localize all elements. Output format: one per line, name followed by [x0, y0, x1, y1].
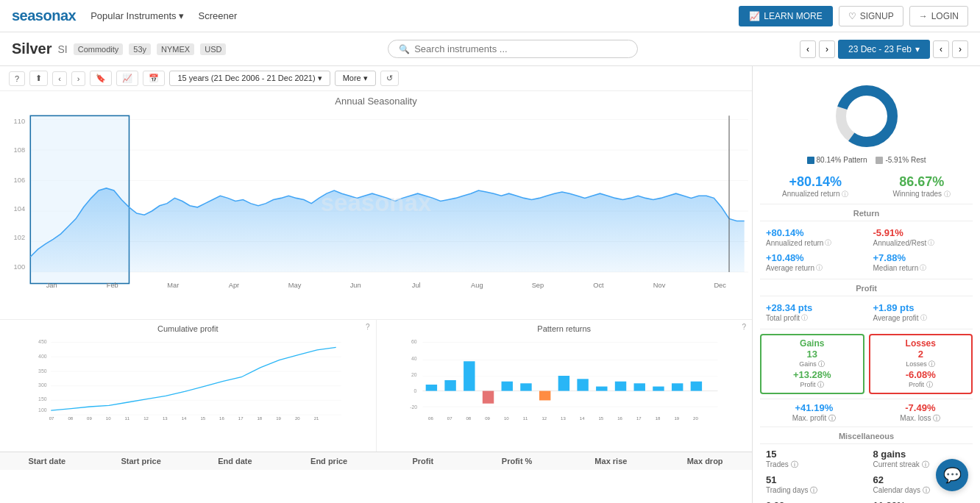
lp-info[interactable]: ⓘ — [926, 381, 933, 388]
help-button[interactable]: ? — [9, 71, 25, 86]
svg-text:Jun: Jun — [350, 282, 361, 289]
annualized-info-icon[interactable]: ⓘ — [842, 190, 848, 198]
gc-info[interactable]: ⓘ — [818, 360, 825, 368]
seasonality-chart: Annual Seasonality 110 108 106 104 102 1… — [0, 91, 752, 319]
svg-text:Mar: Mar — [167, 282, 179, 289]
cumulative-svg: 450 400 350 300 150 100 07 — [6, 336, 370, 424]
return-median-val: +7.88% — [873, 252, 967, 263]
svg-rect-71 — [539, 391, 550, 401]
return-rest-label: Annualized/Rest ⓘ — [873, 238, 967, 248]
date-prev2-button[interactable]: › — [819, 40, 835, 58]
pattern-help[interactable]: ? — [742, 323, 746, 331]
losses-count: 2 — [875, 349, 967, 360]
right-sidebar: 80.14% Pattern -5.91% Rest +80.14% Annua… — [752, 66, 980, 503]
svg-text:104: 104 — [14, 205, 25, 213]
r-rest-info[interactable]: ⓘ — [928, 238, 934, 248]
svg-text:Sep: Sep — [532, 282, 544, 289]
ms-info[interactable]: ⓘ — [922, 460, 929, 468]
svg-text:07: 07 — [49, 416, 54, 421]
ml-info[interactable]: ⓘ — [933, 414, 940, 422]
svg-text:19: 19 — [276, 416, 281, 421]
next-chart-button[interactable]: › — [71, 71, 86, 86]
share-button[interactable]: ⬆ — [29, 71, 48, 86]
svg-text:16: 16 — [219, 416, 224, 421]
badge-currency: USD — [200, 43, 226, 55]
svg-text:350: 350 — [38, 368, 47, 374]
svg-text:17: 17 — [636, 416, 641, 421]
legend-rest: -5.91% Rest — [876, 156, 926, 164]
ap-info[interactable]: ⓘ — [920, 313, 927, 323]
date-next-button[interactable]: ‹ — [933, 40, 949, 58]
mcd-info[interactable]: ⓘ — [923, 486, 930, 494]
logo[interactable]: seasonax — [12, 7, 76, 24]
svg-text:60: 60 — [411, 339, 416, 344]
median-return-item: +7.88% Median return ⓘ — [867, 251, 973, 274]
winning-trades-value: 86.67% — [892, 174, 950, 190]
mt-info[interactable]: ⓘ — [791, 460, 798, 468]
nav-screener[interactable]: Screener — [199, 10, 238, 21]
svg-text:0: 0 — [413, 388, 416, 393]
col-profit-pct: Profit % — [470, 457, 564, 465]
r-ann-info[interactable]: ⓘ — [825, 238, 831, 248]
badge-years: 53y — [129, 43, 151, 55]
prev-chart-button[interactable]: ‹ — [52, 71, 67, 86]
total-profit-label: Total profit ⓘ — [766, 313, 860, 323]
svg-rect-77 — [653, 387, 664, 391]
gains-profit: +13.28% — [766, 369, 859, 380]
avg-profit-label: Average profit ⓘ — [873, 313, 967, 323]
period-selector[interactable]: 15 years (21 Dec 2006 - 21 Dec 2021) ▾ — [169, 71, 330, 86]
svg-rect-69 — [501, 382, 512, 391]
col-start-price: Start price — [94, 457, 188, 465]
date-prev-button[interactable]: ‹ — [800, 40, 816, 58]
gains-count-label: Gains ⓘ — [766, 360, 859, 369]
learn-more-button[interactable]: 📈 LEARN MORE — [739, 6, 832, 26]
svg-text:20: 20 — [693, 416, 698, 421]
svg-text:Nov: Nov — [653, 282, 666, 289]
svg-rect-67 — [464, 361, 475, 390]
reset-button[interactable]: ↺ — [380, 71, 399, 86]
losses-count-label: Losses ⓘ — [875, 360, 967, 369]
return-avg-val: +10.48% — [766, 252, 860, 263]
chat-button[interactable]: 💬 — [936, 459, 968, 491]
winning-info-icon[interactable]: ⓘ — [944, 190, 951, 198]
cumulative-help[interactable]: ? — [366, 323, 370, 331]
r-avg-info[interactable]: ⓘ — [816, 263, 823, 273]
svg-text:108: 108 — [14, 146, 25, 154]
losses-box: Losses 2 Losses ⓘ -6.08% Profit ⓘ — [869, 334, 973, 394]
bottom-charts: Cumulative profit ? 450 400 350 300 150 … — [0, 319, 752, 452]
misc-std-dev: 11.30% Standard deviation ⓘ — [867, 499, 973, 503]
signup-button[interactable]: ♡ SIGNUP — [839, 6, 903, 26]
r-med-info[interactable]: ⓘ — [920, 263, 926, 273]
pattern-returns-title: Pattern returns — [383, 323, 747, 336]
svg-text:20: 20 — [411, 372, 416, 377]
date-range-button[interactable]: 23 Dec - 23 Feb ▾ — [838, 40, 930, 59]
avg-profit-val: +1.89 pts — [873, 302, 967, 313]
chart-type-button[interactable]: 📈 — [116, 71, 138, 86]
nav-left: seasonax Popular Instruments ▾ Screener — [12, 7, 237, 24]
svg-rect-65 — [425, 385, 436, 391]
more-button[interactable]: More ▾ — [335, 71, 376, 86]
nav-popular-instruments[interactable]: Popular Instruments ▾ — [90, 10, 183, 21]
search-input[interactable] — [414, 43, 627, 54]
tp-info[interactable]: ⓘ — [801, 313, 808, 323]
login-button[interactable]: → LOGIN — [909, 6, 968, 26]
gp-info[interactable]: ⓘ — [817, 381, 824, 388]
chart-svg: 110 108 106 104 102 100 — [0, 108, 752, 314]
svg-text:102: 102 — [14, 234, 25, 241]
cumulative-profit-chart: Cumulative profit ? 450 400 350 300 150 … — [0, 320, 377, 452]
calendar-button[interactable]: 📅 — [143, 71, 165, 86]
bookmark-button[interactable]: 🔖 — [90, 71, 112, 86]
gains-title: Gains — [766, 338, 859, 349]
mtd-info[interactable]: ⓘ — [810, 486, 817, 494]
col-max-rise: Max rise — [564, 457, 658, 465]
date-next2-button[interactable]: › — [952, 40, 968, 58]
search-icon: 🔍 — [399, 44, 410, 54]
misc-std-val: 11.30% — [873, 500, 967, 503]
mp-info[interactable]: ⓘ — [828, 414, 836, 422]
svg-text:14: 14 — [579, 416, 584, 421]
max-profit-val: +41.19% — [792, 402, 836, 413]
badge-exchange: NYMEX — [157, 43, 194, 55]
search-box[interactable]: 🔍 — [388, 40, 638, 58]
lc-info[interactable]: ⓘ — [928, 360, 935, 368]
pattern-returns-chart: Pattern returns ? 60 40 20 0 -20 — [377, 320, 753, 452]
